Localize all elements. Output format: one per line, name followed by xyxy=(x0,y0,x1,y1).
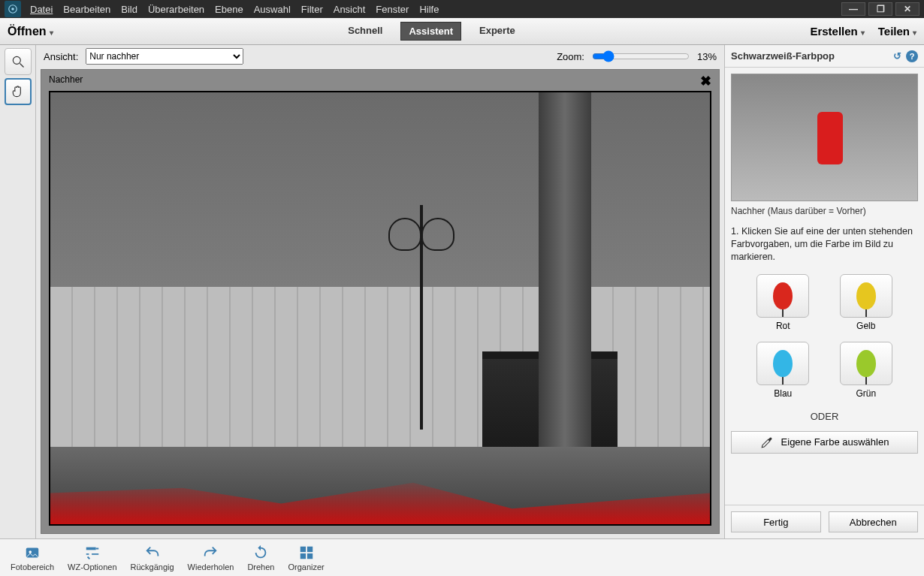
tooloptions-icon xyxy=(84,544,101,561)
view-label: Ansicht: xyxy=(44,51,78,62)
zoom-value: 13% xyxy=(697,51,717,62)
balloon-icon xyxy=(856,282,876,309)
canvas-close-icon[interactable]: ✖ xyxy=(700,73,711,89)
menu-view[interactable]: Ansicht xyxy=(334,4,366,15)
zoom-tool[interactable] xyxy=(5,48,32,75)
hand-icon xyxy=(11,84,26,99)
balloon-icon xyxy=(773,282,793,309)
svg-rect-6 xyxy=(86,547,96,550)
mode-quick[interactable]: Schnell xyxy=(340,22,390,41)
undo-icon xyxy=(144,544,161,561)
share-button[interactable]: Teilen▾ xyxy=(878,25,916,38)
photobin-button[interactable]: Fotobereich xyxy=(6,544,59,571)
main: Ansicht: Nur nachher Zoom: 13% Nachher ✖ xyxy=(0,45,924,538)
preview-image[interactable] xyxy=(731,74,918,201)
chevron-down-icon: ▾ xyxy=(861,29,865,37)
canvas-image[interactable] xyxy=(49,91,711,526)
canvas-wrap: Nachher ✖ xyxy=(41,69,720,534)
svg-rect-10 xyxy=(307,553,313,558)
window-close[interactable]: ✕ xyxy=(895,2,919,16)
instruction-text: 1. Klicken Sie auf eine der unten stehen… xyxy=(731,225,918,264)
swatch-blue[interactable]: Blau xyxy=(756,342,809,399)
menu-image[interactable]: Bild xyxy=(121,4,137,15)
preview-caption: Nachher (Maus darüber = Vorher) xyxy=(731,206,918,216)
svg-rect-7 xyxy=(300,546,305,551)
swatch-yellow[interactable]: Gelb xyxy=(840,274,892,331)
canvas-header: Ansicht: Nur nachher Zoom: 13% xyxy=(36,45,724,68)
menu-select[interactable]: Auswahl xyxy=(254,4,291,15)
svg-line-3 xyxy=(20,64,23,68)
eyedropper-icon xyxy=(760,436,774,449)
or-label: ODER xyxy=(731,411,918,422)
balloon-icon xyxy=(856,350,876,377)
menubar: Datei Bearbeiten Bild Überarbeiten Ebene… xyxy=(0,0,924,18)
menu-window[interactable]: Fenster xyxy=(376,4,409,15)
toolstrip xyxy=(0,45,36,538)
rotate-button[interactable]: Drehen xyxy=(243,544,279,571)
done-button[interactable]: Fertig xyxy=(731,511,821,532)
canvas-image-label: Nachher xyxy=(49,74,83,85)
actionbar: Öffnen▾ Schnell Assistent Experte Erstel… xyxy=(0,18,924,45)
balloon-icon xyxy=(773,350,793,377)
help-icon[interactable]: ? xyxy=(906,50,918,62)
hand-tool[interactable] xyxy=(5,78,32,105)
menu-enhance[interactable]: Überarbeiten xyxy=(148,4,204,15)
menu-file[interactable]: Datei xyxy=(30,4,53,15)
menu-help[interactable]: Hilfe xyxy=(419,4,439,15)
window-minimize[interactable]: — xyxy=(841,2,865,16)
create-button[interactable]: Erstellen▾ xyxy=(810,25,864,38)
cancel-button[interactable]: Abbrechen xyxy=(829,511,919,532)
canvas-area: Ansicht: Nur nachher Zoom: 13% Nachher ✖ xyxy=(36,45,724,538)
photobin-icon xyxy=(24,544,41,561)
chevron-down-icon: ▾ xyxy=(913,29,916,37)
tool-options-button[interactable]: WZ-Optionen xyxy=(63,544,121,571)
svg-rect-8 xyxy=(307,546,313,551)
panel-header: Schwarzweiß-Farbpop ↺ ? xyxy=(725,45,924,68)
swatch-green[interactable]: Grün xyxy=(840,342,892,399)
svg-point-1 xyxy=(11,8,14,11)
svg-rect-9 xyxy=(300,553,305,558)
magnifier-icon xyxy=(11,54,26,69)
svg-point-2 xyxy=(13,56,20,64)
zoom-label: Zoom: xyxy=(557,51,584,62)
rotate-icon xyxy=(252,544,269,561)
window-controls: — ❐ ✕ xyxy=(841,2,919,16)
redo-button[interactable]: Wiederholen xyxy=(183,544,239,571)
menu-filter[interactable]: Filter xyxy=(301,4,323,15)
panel-title: Schwarzweiß-Farbpop xyxy=(731,50,835,62)
organizer-button[interactable]: Organizer xyxy=(283,544,328,571)
reset-icon[interactable]: ↺ xyxy=(893,50,901,62)
right-panel: Schwarzweiß-Farbpop ↺ ? Nachher (Maus da… xyxy=(724,45,924,538)
window-maximize[interactable]: ❐ xyxy=(868,2,892,16)
swatch-red[interactable]: Rot xyxy=(756,274,809,331)
menu-layer[interactable]: Ebene xyxy=(215,4,243,15)
mode-expert[interactable]: Experte xyxy=(472,22,523,41)
app-icon xyxy=(5,1,21,17)
custom-color-button[interactable]: Eigene Farbe auswählen xyxy=(731,431,918,454)
open-button[interactable]: Öffnen▾ xyxy=(8,25,53,38)
undo-button[interactable]: Rückgängig xyxy=(126,544,179,571)
bottombar: Fotobereich WZ-Optionen Rückgängig Wiede… xyxy=(0,538,924,576)
redo-icon xyxy=(202,544,219,561)
menu-edit[interactable]: Bearbeiten xyxy=(63,4,110,15)
organizer-icon xyxy=(298,544,315,561)
mode-guided[interactable]: Assistent xyxy=(400,22,461,41)
zoom-slider[interactable] xyxy=(592,50,690,62)
view-select[interactable]: Nur nachher xyxy=(86,48,243,65)
